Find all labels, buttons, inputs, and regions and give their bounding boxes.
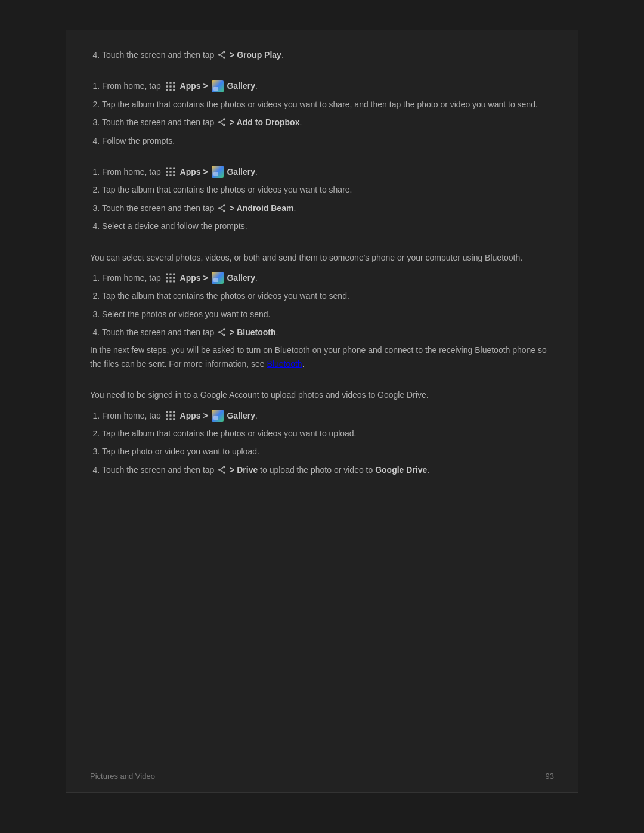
add-dropbox-text: > Add to Dropbox — [230, 117, 299, 127]
svg-rect-23 — [169, 171, 171, 173]
share-icon-2 — [217, 117, 227, 127]
svg-point-29 — [218, 207, 221, 209]
svg-point-0 — [223, 51, 225, 54]
gallery-icon-4 — [212, 410, 224, 422]
share-icon-4 — [217, 327, 227, 337]
list-item: Touch the screen and then tap > Bluetoot… — [102, 326, 554, 339]
svg-line-60 — [221, 467, 224, 469]
footer-left: Pictures and Video — [90, 772, 155, 781]
svg-rect-5 — [166, 82, 168, 83]
svg-point-1 — [218, 54, 221, 56]
bluetooth-intro: You can select several photos, videos, o… — [90, 251, 554, 264]
drive-text: > Drive — [230, 465, 258, 475]
svg-rect-33 — [166, 274, 168, 275]
svg-point-44 — [223, 334, 225, 336]
bluetooth-outro: In the next few steps, you will be asked… — [90, 343, 554, 370]
svg-rect-35 — [173, 274, 175, 275]
svg-line-3 — [221, 55, 224, 57]
svg-rect-26 — [169, 174, 171, 176]
gallery-icon-1 — [212, 80, 224, 92]
section-google-drive: You need to be signed in to a Google Acc… — [90, 388, 554, 476]
svg-rect-19 — [166, 168, 168, 169]
svg-point-30 — [223, 210, 225, 212]
apps-icon — [165, 80, 177, 92]
svg-rect-40 — [169, 280, 171, 282]
svg-line-45 — [221, 333, 224, 335]
list-item: Touch the screen and then tap > Drive to… — [102, 463, 554, 476]
apps-icon-4 — [165, 410, 177, 422]
gallery-label-4: Gallery — [227, 411, 255, 420]
svg-point-58 — [223, 472, 225, 474]
list-item: Touch the screen and then tap > Group Pl… — [102, 48, 554, 61]
svg-rect-50 — [166, 414, 168, 416]
list-item: Tap the album that contains the photos o… — [102, 289, 554, 302]
page-container: Touch the screen and then tap > Group Pl… — [0, 0, 644, 833]
share-icon — [217, 50, 227, 60]
svg-rect-39 — [166, 280, 168, 282]
svg-rect-27 — [173, 174, 175, 176]
content-area: Touch the screen and then tap > Group Pl… — [66, 30, 578, 793]
svg-rect-49 — [173, 411, 175, 413]
svg-point-15 — [218, 121, 221, 123]
share-icon-3 — [217, 203, 227, 213]
svg-rect-20 — [169, 168, 171, 169]
group-play-text: > Group Play — [230, 50, 281, 60]
list-item: Tap the album that contains the photos o… — [102, 98, 554, 111]
section-android-beam: From home, tap — [90, 165, 554, 233]
gallery-label-3: Gallery — [227, 273, 255, 283]
list-item: Touch the screen and then tap > Android … — [102, 202, 554, 215]
list-item: From home, tap — [102, 409, 554, 422]
svg-point-56 — [223, 466, 225, 468]
svg-rect-22 — [166, 171, 168, 173]
apps-label-3: Apps > — [180, 273, 208, 283]
section-dropbox: From home, tap — [90, 79, 554, 147]
footer-right: 93 — [546, 772, 554, 781]
svg-rect-13 — [173, 89, 175, 91]
svg-rect-36 — [166, 277, 168, 279]
svg-rect-24 — [173, 171, 175, 173]
svg-line-31 — [221, 209, 224, 210]
list-item: Tap the album that contains the photos o… — [102, 427, 554, 440]
svg-rect-47 — [166, 411, 168, 413]
svg-point-28 — [223, 204, 225, 206]
svg-line-17 — [221, 123, 224, 125]
gallery-icon-2 — [212, 166, 224, 178]
svg-rect-21 — [173, 168, 175, 169]
gallery-label-1: Gallery — [227, 81, 255, 91]
apps-label-1: Apps > — [180, 81, 208, 91]
svg-point-16 — [223, 124, 225, 126]
svg-rect-11 — [166, 89, 168, 91]
svg-rect-53 — [166, 418, 168, 420]
svg-rect-8 — [166, 85, 168, 87]
svg-rect-10 — [173, 85, 175, 87]
section-bluetooth: You can select several photos, videos, o… — [90, 251, 554, 371]
list-item: Select a device and follow the prompts. — [102, 219, 554, 233]
list-item: From home, tap — [102, 79, 554, 92]
svg-line-18 — [221, 120, 224, 122]
section-group-play: Touch the screen and then tap > Group Pl… — [90, 48, 554, 61]
list-item: Tap the album that contains the photos o… — [102, 183, 554, 196]
android-beam-text: > Android Beam — [230, 203, 293, 213]
svg-point-57 — [218, 469, 221, 471]
svg-rect-37 — [169, 277, 171, 279]
svg-line-46 — [221, 330, 224, 332]
svg-rect-12 — [169, 89, 171, 91]
svg-rect-9 — [169, 85, 171, 87]
bluetooth-text: > Bluetooth — [230, 327, 275, 337]
google-drive-intro: You need to be signed in to a Google Acc… — [90, 388, 554, 401]
svg-line-32 — [221, 206, 224, 208]
svg-point-14 — [223, 119, 225, 121]
gallery-icon-3 — [212, 272, 224, 284]
list-item: Follow the prompts. — [102, 134, 554, 147]
list-item: Touch the screen and then tap > Add to D… — [102, 116, 554, 129]
list-item: Select the photos or videos you want to … — [102, 308, 554, 321]
svg-rect-52 — [173, 414, 175, 416]
google-drive-text: Google Drive — [375, 465, 427, 475]
list-item: From home, tap — [102, 271, 554, 284]
svg-rect-6 — [169, 82, 171, 83]
bluetooth-link[interactable]: Bluetooth — [267, 359, 302, 368]
svg-point-2 — [223, 57, 225, 59]
apps-label-2: Apps > — [180, 167, 208, 176]
svg-rect-38 — [173, 277, 175, 279]
apps-icon-3 — [165, 272, 177, 284]
